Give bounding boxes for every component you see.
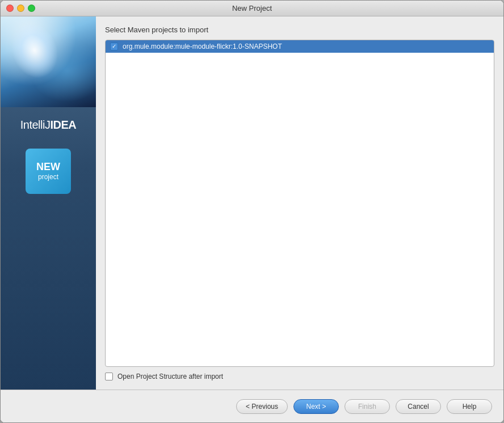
previous-button[interactable]: < Previous	[236, 399, 288, 414]
sidebar-image	[1, 16, 96, 107]
badge-new-label: NEW	[36, 162, 60, 173]
footer: < Previous Next > Finish Cancel Help	[1, 390, 503, 422]
sidebar: IntelliJIDEA NEW project	[1, 16, 96, 390]
right-panel: Select Maven projects to import ✓ org.mu…	[96, 16, 503, 390]
intellij-text: IntelliJ	[20, 119, 51, 131]
main-content: IntelliJIDEA NEW project Select Maven pr…	[1, 16, 503, 390]
next-button[interactable]: Next >	[293, 399, 339, 414]
finish-button[interactable]: Finish	[345, 399, 390, 414]
bottom-options: Open Project Structure after import	[105, 373, 494, 380]
intellij-brand: IntelliJIDEA	[20, 119, 77, 132]
project-name: org.mule.module:mule-module-flickr:1.0-S…	[123, 43, 282, 50]
maximize-button[interactable]	[28, 5, 35, 12]
open-structure-checkbox[interactable]	[105, 373, 113, 380]
check-icon: ✓	[112, 44, 116, 49]
window-title: New Project	[232, 4, 272, 12]
help-button[interactable]: Help	[447, 399, 492, 414]
cancel-button[interactable]: Cancel	[396, 399, 441, 414]
new-project-window: New Project IntelliJIDEA NEW project Sel…	[0, 0, 504, 423]
traffic-lights	[6, 5, 35, 12]
title-bar: New Project	[1, 1, 503, 16]
minimize-button[interactable]	[17, 5, 24, 12]
section-title: Select Maven projects to import	[105, 26, 494, 34]
intellij-logo: IntelliJIDEA	[15, 107, 82, 137]
open-structure-label: Open Project Structure after import	[117, 373, 223, 380]
new-project-badge: NEW project	[26, 149, 71, 194]
project-checkbox[interactable]: ✓	[110, 43, 118, 50]
project-item[interactable]: ✓ org.mule.module:mule-module-flickr:1.0…	[106, 40, 494, 53]
close-button[interactable]	[6, 5, 14, 12]
project-list[interactable]: ✓ org.mule.module:mule-module-flickr:1.0…	[105, 40, 494, 367]
badge-project-label: project	[38, 173, 58, 181]
idea-text: IDEA	[50, 119, 76, 131]
